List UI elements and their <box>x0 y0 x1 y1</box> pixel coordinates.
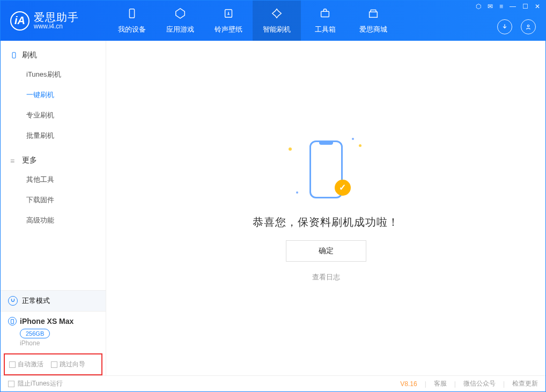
phone-icon <box>10 51 18 59</box>
tab-store[interactable]: 爱思商城 <box>349 1 397 41</box>
header-actions <box>497 19 536 34</box>
checkbox-auto-activate[interactable]: 自动激活 <box>9 360 43 369</box>
notch-icon <box>319 142 333 145</box>
checkbox-icon <box>9 361 16 368</box>
download-icon[interactable] <box>497 19 512 34</box>
device-icon <box>126 8 138 23</box>
sidebar-item-other-tools[interactable]: 其他工具 <box>1 169 106 190</box>
device-type: iPhone <box>20 339 98 347</box>
main-tabs: 我的设备 应用游戏 铃声壁纸 智能刷机 <box>108 1 397 41</box>
tab-ringtone[interactable]: 铃声壁纸 <box>204 1 253 41</box>
menu-icon[interactable]: ≡ <box>499 3 503 10</box>
user-icon[interactable] <box>521 19 536 34</box>
close-icon[interactable]: ✕ <box>535 3 540 10</box>
tab-label: 我的设备 <box>118 25 146 34</box>
sidebar: 刷机 iTunes刷机 一键刷机 专业刷机 批量刷机 ≡ 更多 其他工具 下载固… <box>1 41 106 375</box>
maximize-icon[interactable]: ☐ <box>522 3 528 10</box>
sidebar-item-pro-flash[interactable]: 专业刷机 <box>1 105 106 125</box>
footer: 阻止iTunes运行 V8.16 | 客服 | 微信公众号 | 检查更新 <box>1 375 545 391</box>
checkbox-icon[interactable] <box>8 381 14 387</box>
app-window: ⬡ ✉ ≡ — ☐ ✕ iA 爱思助手 www.i4.cn 我的设备 <box>0 0 546 392</box>
version-label: V8.16 <box>400 380 417 388</box>
wechat-link[interactable]: 微信公众号 <box>463 379 496 388</box>
store-icon <box>367 8 379 23</box>
ringtone-icon <box>223 8 234 23</box>
list-icon: ≡ <box>10 157 18 164</box>
checkbox-skip-guide[interactable]: 跳过向导 <box>51 360 85 369</box>
sidebar-item-advanced[interactable]: 高级功能 <box>1 210 106 231</box>
section-title: 更多 <box>22 156 37 165</box>
apps-icon <box>174 8 186 23</box>
app-name: 爱思助手 <box>34 11 79 23</box>
svg-rect-5 <box>12 53 16 58</box>
view-log-link[interactable]: 查看日志 <box>312 272 340 282</box>
tab-label: 工具箱 <box>315 25 336 34</box>
sidebar-bottom: 正常模式 iPhone XS Max 256GB iPhone 自动激活 <box>1 290 106 375</box>
header: ⬡ ✉ ≡ — ☐ ✕ iA 爱思助手 www.i4.cn 我的设备 <box>1 1 545 41</box>
app-site: www.i4.cn <box>34 23 79 30</box>
tab-toolbox[interactable]: 工具箱 <box>301 1 349 41</box>
svg-rect-3 <box>370 12 378 17</box>
success-illustration: ✓ <box>283 135 369 204</box>
footer-block-itunes[interactable]: 阻止iTunes运行 <box>18 379 63 388</box>
checkbox-label: 跳过向导 <box>60 360 85 369</box>
tab-apps[interactable]: 应用游戏 <box>156 1 204 41</box>
svg-rect-0 <box>129 9 134 18</box>
tab-label: 应用游戏 <box>166 25 194 34</box>
sidebar-item-download-firmware[interactable]: 下载固件 <box>1 190 106 210</box>
tab-label: 爱思商城 <box>359 25 387 34</box>
check-update-link[interactable]: 检查更新 <box>512 379 538 388</box>
tab-label: 智能刷机 <box>263 25 291 34</box>
tab-my-device[interactable]: 我的设备 <box>108 1 156 41</box>
mode-label: 正常模式 <box>22 296 50 306</box>
logo-badge-icon: iA <box>10 11 29 31</box>
body: 刷机 iTunes刷机 一键刷机 专业刷机 批量刷机 ≡ 更多 其他工具 下载固… <box>1 41 545 375</box>
feedback-icon[interactable]: ✉ <box>488 3 493 10</box>
sidebar-item-batch-flash[interactable]: 批量刷机 <box>1 125 106 146</box>
svg-point-4 <box>527 25 529 27</box>
success-message: 恭喜您，保资料刷机成功啦！ <box>253 215 399 230</box>
minimize-icon[interactable]: — <box>510 3 516 10</box>
sparkle-icon <box>352 138 354 140</box>
svg-rect-2 <box>321 11 329 17</box>
sparkle-icon <box>289 147 292 151</box>
sidebar-item-oneclick-flash[interactable]: 一键刷机 <box>1 85 106 105</box>
window-controls: ⬡ ✉ ≡ — ☐ ✕ <box>476 3 540 10</box>
sidebar-section-more: ≡ 更多 <box>1 151 106 169</box>
tab-flash[interactable]: 智能刷机 <box>253 1 301 41</box>
tab-label: 铃声壁纸 <box>215 25 242 34</box>
logo: iA 爱思助手 www.i4.cn <box>1 11 108 31</box>
device-mode[interactable]: 正常模式 <box>1 291 106 312</box>
settings-icon[interactable]: ⬡ <box>476 3 481 10</box>
toolbox-icon <box>319 8 331 23</box>
device-name: iPhone XS Max <box>20 317 73 326</box>
checkmark-icon: ✓ <box>335 180 351 196</box>
checkbox-label: 自动激活 <box>18 360 43 369</box>
device-phone-icon <box>8 317 17 326</box>
sparkle-icon <box>359 144 361 147</box>
device-info[interactable]: iPhone XS Max 256GB iPhone <box>1 312 106 353</box>
ok-button[interactable]: 确定 <box>286 240 366 262</box>
sparkle-icon <box>296 191 298 194</box>
device-storage: 256GB <box>20 329 50 338</box>
section-title: 刷机 <box>22 50 37 60</box>
checkbox-icon <box>51 361 57 368</box>
sidebar-section-flash: 刷机 <box>1 46 106 64</box>
support-link[interactable]: 客服 <box>434 379 447 388</box>
sidebar-item-itunes-flash[interactable]: iTunes刷机 <box>1 64 106 85</box>
mode-icon <box>8 296 18 306</box>
main-content: ✓ 恭喜您，保资料刷机成功啦！ 确定 查看日志 <box>106 41 545 375</box>
options-highlight: 自动激活 跳过向导 <box>4 353 102 375</box>
flash-icon <box>271 8 283 23</box>
